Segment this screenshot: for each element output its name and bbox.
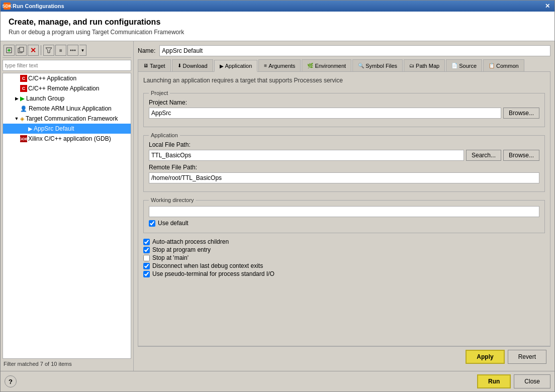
tab-application[interactable]: ▶ Application: [214, 60, 258, 72]
remote-file-input[interactable]: [149, 172, 539, 183]
project-section: Project Project Name: Browse...: [143, 90, 545, 127]
cpp-remote-app-icon: C: [20, 85, 27, 92]
application-tab-icon: ▶: [220, 63, 224, 69]
tree-expand-tcf[interactable]: ▼: [13, 115, 20, 122]
cpp-remote-app-label: C/C++ Remote Application: [28, 85, 99, 92]
stop-main-row: Stop at 'main': [143, 254, 545, 261]
environment-tab-label: Environment: [315, 63, 346, 69]
pseudo-terminal-checkbox[interactable]: [143, 271, 150, 277]
close-button[interactable]: Close: [514, 374, 550, 388]
working-dir-input[interactable]: [149, 206, 539, 217]
tab-environment[interactable]: 🌿 Environment: [302, 59, 351, 71]
appsrc-icon: ▶: [28, 126, 32, 132]
auto-attach-checkbox[interactable]: [143, 239, 150, 245]
filter-status: Filter matched 7 of 10 items: [3, 359, 131, 369]
run-configurations-dialog: SDK Run Configurations ✕ Create, manage,…: [0, 0, 555, 392]
project-name-input-row: Browse...: [149, 108, 539, 119]
tree-item-xilinx-gdb[interactable]: GDB Xilinx C/C++ application (GDB): [3, 134, 131, 144]
name-input[interactable]: [159, 45, 550, 56]
stop-program-entry-row: Stop at program entry: [143, 246, 545, 253]
use-default-row: Use default: [149, 220, 539, 227]
target-tab-icon: 🖥: [143, 63, 148, 68]
tree-view: C C/C++ Application C C/C++ Remote Appli…: [3, 73, 131, 359]
tabs-bar: 🖥 Target ⬇ Download ▶ Application ≡ Argu…: [138, 59, 550, 72]
tab-target[interactable]: 🖥 Target: [138, 59, 171, 71]
tree-item-cpp-remote-app[interactable]: C C/C++ Remote Application: [3, 83, 131, 93]
tree-item-launch-group[interactable]: ▶ ▶ Launch Group: [3, 93, 131, 104]
project-name-input[interactable]: [149, 108, 501, 119]
tree-expand-arm[interactable]: [13, 105, 20, 112]
local-file-label: Local File Path:: [149, 141, 539, 148]
bottom-action-bar: Apply Revert: [138, 346, 550, 367]
symbol-files-tab-label: Symbol Files: [365, 63, 397, 69]
auto-attach-row: Auto-attach process children: [143, 238, 545, 245]
tree-item-tcf[interactable]: ▼ ◈ Target Communication Framework: [3, 114, 131, 124]
tree-expand-appsrc[interactable]: [21, 125, 28, 132]
apply-button[interactable]: Apply: [466, 350, 504, 364]
environment-tab-icon: 🌿: [307, 63, 313, 68]
filter-input[interactable]: [3, 60, 131, 71]
stop-program-entry-checkbox[interactable]: [143, 247, 150, 253]
svg-point-8: [74, 50, 76, 51]
info-text: Launching an application requires a targ…: [143, 77, 545, 84]
stop-main-checkbox[interactable]: [143, 255, 150, 261]
main-content: ✕ ≡ ▼ C C/C++ Application: [1, 41, 554, 371]
path-map-tab-icon: 🗂: [409, 63, 414, 68]
revert-button[interactable]: Revert: [508, 350, 546, 364]
local-file-search-button[interactable]: Search...: [466, 150, 501, 161]
content-area: Launching an application requires a targ…: [138, 72, 550, 346]
expand-button[interactable]: [67, 45, 78, 56]
local-file-field: Local File Path: Search... Browse...: [149, 141, 539, 161]
remote-file-input-row: [149, 172, 539, 183]
left-toolbar: ✕ ≡ ▼: [3, 43, 131, 58]
use-default-checkbox[interactable]: [149, 220, 155, 227]
local-file-input-row: Search... Browse...: [149, 150, 539, 161]
stop-main-label: Stop at 'main': [152, 254, 189, 261]
disconnect-debug-row: Disconnect when last debug context exits: [143, 262, 545, 269]
tab-arguments[interactable]: ≡ Arguments: [258, 59, 301, 71]
footer-right: Run Close: [477, 374, 550, 388]
remote-file-field: Remote File Path:: [149, 164, 539, 183]
tab-path-map[interactable]: 🗂 Path Map: [404, 59, 445, 71]
target-tab-label: Target: [150, 63, 165, 69]
tree-item-appsrc-default[interactable]: ▶ AppSrc Default: [3, 124, 131, 134]
project-browse-button[interactable]: Browse...: [503, 108, 539, 119]
window-title: Run Configurations: [13, 3, 64, 9]
launch-group-label: Launch Group: [26, 95, 64, 102]
delete-config-button[interactable]: ✕: [28, 45, 39, 56]
window-close-button[interactable]: ✕: [543, 2, 551, 10]
collapse-all-button[interactable]: ≡: [55, 45, 66, 56]
tab-download[interactable]: ⬇ Download: [172, 59, 213, 71]
local-file-browse-button[interactable]: Browse...: [503, 150, 539, 161]
source-tab-label: Source: [459, 63, 477, 69]
xilinx-icon: GDB: [20, 135, 27, 142]
working-dir-section: Working directory Use default: [143, 197, 545, 233]
project-name-label: Project Name:: [149, 99, 539, 106]
stop-program-entry-label: Stop at program entry: [152, 246, 211, 253]
xilinx-label: Xilinx C/C++ application (GDB): [28, 135, 111, 142]
application-section: Application Local File Path: Search... B…: [143, 132, 545, 192]
application-legend: Application: [149, 132, 180, 138]
filter-button[interactable]: [43, 45, 54, 56]
action-buttons: Apply Revert: [466, 350, 546, 364]
help-button[interactable]: ?: [5, 375, 17, 387]
disconnect-debug-checkbox[interactable]: [143, 263, 150, 269]
new-config-button[interactable]: [4, 45, 15, 56]
run-button[interactable]: Run: [477, 374, 511, 388]
toolbar-separator: [41, 45, 41, 55]
auto-attach-label: Auto-attach process children: [152, 238, 229, 245]
tree-expand[interactable]: [13, 85, 20, 92]
tab-common[interactable]: 📋 Common: [483, 59, 524, 71]
appsrc-label: AppSrc Default: [34, 125, 74, 132]
tree-item-remote-arm-linux[interactable]: 👤 Remote ARM Linux Application: [3, 104, 131, 114]
tree-expand[interactable]: [13, 75, 20, 82]
tab-source[interactable]: 📄 Source: [446, 59, 482, 71]
tree-expand-launch[interactable]: ▶: [13, 95, 20, 102]
toolbar-more-dropdown[interactable]: ▼: [79, 45, 86, 56]
tab-symbol-files[interactable]: 🔍 Symbol Files: [352, 59, 403, 71]
duplicate-config-button[interactable]: [16, 45, 27, 56]
right-panel: Name: 🖥 Target ⬇ Download ▶ Application: [134, 41, 554, 371]
arguments-tab-label: Arguments: [268, 63, 295, 69]
tree-item-cpp-app[interactable]: C C/C++ Application: [3, 73, 131, 83]
local-file-input[interactable]: [149, 150, 464, 161]
